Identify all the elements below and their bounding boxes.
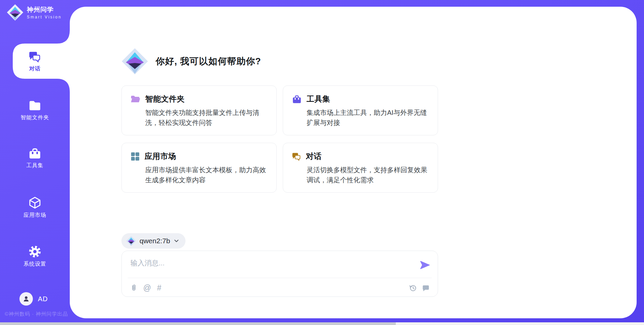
gear-icon <box>28 245 42 258</box>
sidebar-item-settings-label: 系统设置 <box>0 261 70 268</box>
sidebar-item-settings[interactable]: 系统设置 <box>0 245 70 268</box>
footer-credit: ©神州数码 · 神州问学出品 <box>5 311 68 317</box>
scrollbar-thumb[interactable] <box>0 322 396 325</box>
sidebar-item-app-market-label: 应用市场 <box>0 212 70 219</box>
sidebar-item-chat[interactable]: 对话 <box>0 50 70 72</box>
cube-icon <box>28 196 42 209</box>
card-app-market-desc: 应用市场提供丰富长文本模板，助力高效生成多样化文章内容 <box>145 165 268 185</box>
feature-cards: 智能文件夹 智能文件夹功能支持批量文件上传与清洗，轻松实现文件问答 工具集 集成… <box>121 85 438 193</box>
chat-icon <box>29 50 41 63</box>
assistant-diamond-icon <box>121 48 148 75</box>
greeting-block: 你好, 我可以如何帮助你? <box>121 48 261 75</box>
card-app-market-title: 应用市场 <box>145 151 176 161</box>
composer-divider <box>128 278 432 278</box>
feedback-bubble-icon[interactable] <box>422 284 430 292</box>
greeting-title: 你好, 我可以如何帮助你? <box>156 55 261 67</box>
card-chat[interactable]: 对话 灵活切换多模型文件，支持多样回复效果调试，满足个性化需求 <box>283 143 438 193</box>
brand-diamond-icon <box>7 4 23 21</box>
model-name: qwen2:7b <box>140 237 170 245</box>
sidebar-item-toolset[interactable]: 工具集 <box>0 147 70 169</box>
brand-name-en: Smart Vision <box>27 15 62 19</box>
card-smart-folder-title: 智能文件夹 <box>145 94 185 104</box>
model-diamond-icon <box>126 236 136 246</box>
briefcase-icon <box>292 94 302 104</box>
attachment-icon[interactable] <box>130 284 137 292</box>
card-chat-desc: 灵活切换多模型文件，支持多样回复效果调试，满足个性化需求 <box>307 165 429 185</box>
brand-name-cn: 神州问学 <box>27 5 62 14</box>
sidebar-item-smart-folder[interactable]: 智能文件夹 <box>0 99 70 121</box>
message-composer: @ # <box>121 251 438 297</box>
sidebar-item-toolset-label: 工具集 <box>0 162 70 169</box>
mention-icon[interactable]: @ <box>143 284 151 291</box>
folder-icon <box>28 99 42 112</box>
model-selector[interactable]: qwen2:7b <box>121 233 185 249</box>
card-toolset[interactable]: 工具集 集成市场上主流工具，助力AI与外界无缝扩展与对接 <box>283 85 438 135</box>
message-input[interactable] <box>130 256 406 270</box>
sidebar-item-smart-folder-label: 智能文件夹 <box>0 114 70 121</box>
briefcase-icon <box>28 147 42 160</box>
card-smart-folder[interactable]: 智能文件夹 智能文件夹功能支持批量文件上传与清洗，轻松实现文件问答 <box>121 85 277 135</box>
card-smart-folder-desc: 智能文件夹功能支持批量文件上传与清洗，轻松实现文件问答 <box>145 108 268 128</box>
open-folder-icon <box>130 95 141 104</box>
chat-icon <box>292 152 301 161</box>
person-icon <box>22 295 30 303</box>
card-app-market[interactable]: 应用市场 应用市场提供丰富长文本模板，助力高效生成多样化文章内容 <box>121 143 277 193</box>
app-grid-icon <box>130 152 140 161</box>
hashtag-icon[interactable]: # <box>157 284 161 291</box>
card-toolset-desc: 集成市场上主流工具，助力AI与外界无缝扩展与对接 <box>307 108 429 128</box>
user-initials: AD <box>38 295 48 303</box>
sidebar-item-app-market[interactable]: 应用市场 <box>0 196 70 219</box>
send-icon[interactable] <box>420 260 430 270</box>
chevron-down-icon <box>173 238 179 244</box>
card-toolset-title: 工具集 <box>307 94 330 104</box>
card-chat-title: 对话 <box>306 151 322 161</box>
user-account[interactable]: AD <box>19 292 48 306</box>
avatar <box>19 292 33 306</box>
history-icon[interactable] <box>409 284 417 292</box>
sidebar-item-chat-label: 对话 <box>0 65 70 72</box>
horizontal-scrollbar[interactable] <box>0 322 644 325</box>
brand-logo-block: 神州问学 Smart Vision <box>7 4 62 21</box>
